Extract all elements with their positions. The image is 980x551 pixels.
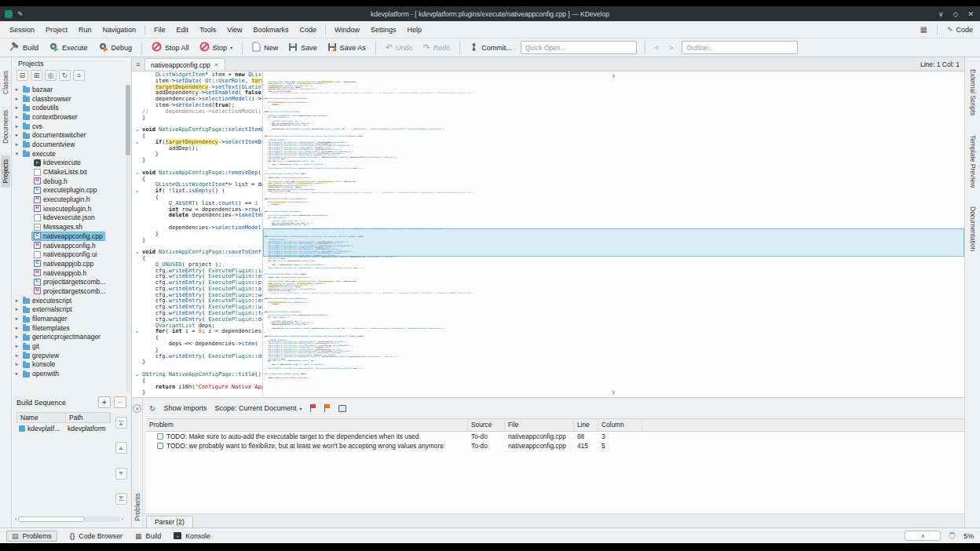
column-header-path[interactable]: Path	[66, 413, 110, 422]
locate-icon[interactable]: ◎	[45, 70, 57, 81]
scroll-down-button[interactable]: ∨	[263, 388, 964, 397]
fold-marker-icon[interactable]: ▾	[132, 188, 142, 195]
tree-item-nativeappjob-h[interactable]: nativeappjob.h	[12, 268, 131, 278]
problem-cell[interactable]: TODO: we probably want to flexibilize, b…	[146, 441, 468, 451]
tree-item-grepview[interactable]: ▸grepview	[12, 351, 131, 360]
code-line[interactable]: ▾QString NativeAppConfigPage::title() co…	[132, 372, 262, 378]
redo-button[interactable]: ↷ Redo	[418, 40, 455, 55]
close-button[interactable]: ✕	[967, 10, 974, 18]
problems-column-header[interactable]: Column	[598, 419, 642, 432]
problems-column-header[interactable]: Source	[468, 419, 505, 432]
save-button[interactable]: Save	[283, 40, 322, 56]
tree-item-nativeappconfig-cpp[interactable]: nativeappconfig.cpp	[12, 232, 131, 241]
tab-close-icon[interactable]: ✕	[214, 62, 219, 68]
code-line[interactable]: }	[132, 359, 262, 366]
menu-file[interactable]: File	[148, 24, 171, 35]
code-line[interactable]: ▾void NativeAppConfigPage::removeDep()	[132, 170, 262, 177]
row-filler[interactable]	[642, 441, 964, 451]
navigate-forward-button[interactable]: >	[664, 42, 678, 54]
tree-item-git[interactable]: ▸git	[12, 341, 131, 351]
code-line[interactable]: // dependencies->selectionModel()->selec…	[132, 109, 262, 115]
row-filler[interactable]	[642, 432, 964, 441]
code-line[interactable]: delete dependencies->takeItem( row );	[132, 213, 262, 219]
expander-icon[interactable]: ▸	[13, 114, 20, 120]
dock-tab-documentation[interactable]: Documentation	[967, 203, 978, 255]
build-sequence-row[interactable]: kdevplatf... kdevplatform	[16, 423, 111, 433]
tree-scrollbar[interactable]	[126, 85, 130, 392]
tree-item-projecttargetscomb[interactable]: projecttargetscomb...	[12, 286, 131, 296]
build-button[interactable]: Build	[5, 39, 43, 56]
problems-column-header[interactable]: Line	[574, 419, 598, 432]
expander-icon[interactable]: ▸	[13, 141, 20, 148]
menu-run[interactable]: Run	[73, 24, 97, 35]
expander-icon[interactable]: ▾	[13, 151, 20, 157]
expander-icon[interactable]: ▸	[13, 86, 20, 93]
column-header-name[interactable]: Name	[17, 413, 66, 422]
save-as-button[interactable]: Save As	[323, 40, 371, 56]
commit-button[interactable]: Commit...	[465, 40, 517, 56]
tree-item-kdevexecute[interactable]: kdevexecute	[12, 159, 131, 168]
tree-item-documentswitcher[interactable]: ▸documentswitcher	[12, 130, 131, 140]
statusbar-problems[interactable]: ▤ Problems	[6, 531, 57, 542]
code-line[interactable]: }	[132, 232, 262, 238]
tree-item-documentview[interactable]: ▸documentview	[12, 140, 131, 149]
tree-item-contextbrowser[interactable]: ▸contextbrowser	[12, 112, 131, 122]
dock-tab-classes[interactable]: Classes	[1, 67, 10, 98]
expander-icon[interactable]: ▸	[13, 123, 20, 130]
expander-icon[interactable]: ▸	[13, 361, 20, 367]
problem-cell[interactable]: 68	[574, 432, 598, 441]
tree-item-externalscript[interactable]: ▸externalscript	[12, 305, 131, 315]
menu-help[interactable]: Help	[402, 24, 428, 35]
errors-flag-icon[interactable]	[310, 404, 316, 412]
outline-input[interactable]	[682, 41, 798, 54]
filter-icon[interactable]: ≡	[73, 70, 85, 81]
problem-cell[interactable]: TODO: Make sure to auto-add the executab…	[146, 432, 468, 441]
statusbar-konsole[interactable]: › Konsole	[174, 532, 210, 540]
tree-item-filemanager[interactable]: ▸filemanager	[12, 314, 131, 323]
collapse-all-icon[interactable]: ⊟	[16, 70, 28, 81]
minimap-viewport[interactable]	[263, 228, 964, 257]
refresh-icon[interactable]: ↻	[59, 70, 71, 81]
scope-dropdown[interactable]: Scope: Current Document ▾	[214, 404, 302, 412]
problems-column-header[interactable]: Problem	[146, 419, 468, 432]
menu-code-corner[interactable]: ✎ Code	[947, 26, 973, 34]
tree-item-executescript[interactable]: ▸executescript	[12, 296, 131, 305]
scroll-right-icon[interactable]: ›	[122, 516, 123, 522]
dock-tab-template-preview[interactable]: Template Preview	[967, 131, 978, 192]
expander-icon[interactable]: ▸	[13, 297, 20, 304]
tree-item-konsole[interactable]: ▸konsole	[12, 360, 131, 370]
scroll-left-icon[interactable]: ‹	[15, 516, 16, 522]
tree-item-codeutils[interactable]: ▸codeutils	[12, 103, 131, 112]
menu-settings[interactable]: Settings	[365, 24, 402, 35]
quick-open-input[interactable]	[521, 41, 637, 54]
refresh-icon[interactable]: ↻	[149, 404, 155, 413]
problem-cell[interactable]: 415	[574, 441, 598, 451]
tree-item-openwith[interactable]: ▸openwith	[12, 369, 131, 378]
problem-cell[interactable]: nativeappconfig.cpp	[505, 432, 574, 441]
progress-collapse-button[interactable]: ∧	[905, 531, 941, 541]
minimap[interactable]: QListWidgetItem* item = new QListWidgetI…	[263, 81, 964, 388]
new-button[interactable]: New	[247, 39, 283, 56]
tree-item-debug-h[interactable]: debug.h	[12, 177, 131, 186]
tree-item-nativeappconfig-ui[interactable]: nativeappconfig.ui	[12, 250, 131, 259]
menu-project[interactable]: Project	[40, 24, 73, 35]
menu-code[interactable]: Code	[294, 24, 323, 35]
shade-button[interactable]: ∨	[938, 10, 944, 18]
expander-icon[interactable]: ▸	[13, 343, 20, 349]
problem-cell[interactable]: 3	[598, 432, 642, 441]
tree-item-cmakelists-txt[interactable]: CMakeLists.txt	[12, 167, 131, 177]
tree-item-cvs[interactable]: ▸cvs	[12, 122, 131, 131]
undo-button[interactable]: ↶ Undo	[381, 40, 418, 55]
tree-item-filetemplates[interactable]: ▸filetemplates	[12, 323, 131, 333]
code-editor[interactable]: QListWidgetItem* item = new QListWidgetI…	[132, 71, 262, 397]
code-line[interactable]: return i18n("Configure Native Applicatio…	[132, 385, 262, 391]
dock-tab-external-scripts[interactable]: External Scripts	[967, 65, 978, 120]
menu-edit[interactable]: Edit	[171, 24, 195, 35]
expander-icon[interactable]: ▸	[13, 370, 20, 377]
tree-item-genericprojectmanager[interactable]: ▸genericprojectmanager	[12, 333, 131, 342]
editor-tab[interactable]: nativeappconfig.cpp ✕	[144, 58, 225, 71]
menu-window[interactable]: Window	[329, 24, 365, 35]
show-imports-button[interactable]: Show Imports	[163, 404, 207, 412]
menu-view[interactable]: View	[221, 24, 247, 35]
menu-bookmarks[interactable]: Bookmarks	[248, 24, 294, 35]
